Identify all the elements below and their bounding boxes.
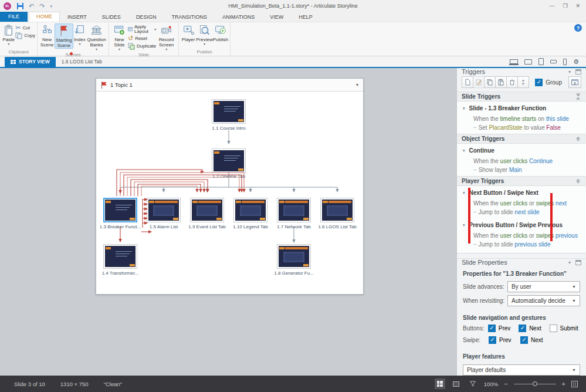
tab-animations[interactable]: ANIMATIONS [215, 13, 262, 22]
feed-view-toggle[interactable] [468, 379, 478, 389]
tablet-landscape-icon[interactable] [524, 59, 532, 65]
new-scene-button[interactable]: New Scene [39, 23, 55, 48]
scene-header[interactable]: 1 Topic 1 ▾ [96, 79, 363, 92]
chevron-down-icon[interactable]: ▾ [568, 260, 571, 265]
slide-card-1-2[interactable] [212, 148, 246, 173]
reorder-trigger-button[interactable] [517, 76, 529, 88]
copy-button[interactable]: Copy [15, 32, 35, 39]
edit-trigger-button[interactable] [473, 76, 485, 88]
story-canvas[interactable]: 1 Topic 1 ▾ [0, 68, 456, 376]
close-button[interactable]: ✕ [575, 3, 580, 9]
starting-scene-button[interactable]: Starting Scene [55, 23, 73, 49]
duplicate-button[interactable]: Duplicate [128, 43, 156, 50]
trigger-when[interactable]: When the user clicks Continue [457, 156, 586, 165]
slide-card-1-1[interactable] [212, 99, 246, 124]
player-button[interactable]: Player [181, 23, 196, 42]
tab-design[interactable]: DESIGN [128, 13, 164, 22]
manage-variables-button[interactable]: x [568, 76, 581, 88]
object-triggers-header[interactable]: Object Triggers [457, 134, 586, 144]
record-screen-button[interactable]: Record Screen▾ [156, 23, 177, 52]
slide-advances-dropdown[interactable]: By user▼ [507, 281, 580, 292]
toolbar-options-icon[interactable]: ▾ [50, 4, 52, 8]
trigger-group-next[interactable]: ▾ Next Button / Swipe Next [457, 186, 586, 198]
trigger-action[interactable]: Jump to slide next slide [457, 208, 586, 218]
tab-insert[interactable]: INSERT [60, 13, 94, 22]
tab-slides[interactable]: SLIDES [94, 13, 128, 22]
phone-portrait-icon[interactable] [563, 59, 567, 65]
slide-view-toggle[interactable] [451, 379, 462, 389]
group-checkbox[interactable] [535, 79, 543, 86]
fit-to-window-icon[interactable] [571, 381, 578, 387]
chevron-down-icon[interactable]: ▾ [463, 106, 465, 111]
swipe-next-checkbox[interactable] [520, 336, 528, 344]
app-icon[interactable]: SL [4, 2, 11, 10]
chevron-down-icon[interactable]: ▾ [356, 82, 358, 87]
trigger-action[interactable]: Show layer Main [457, 165, 586, 176]
preview-button[interactable]: Preview▾ [196, 23, 212, 46]
new-trigger-button[interactable] [462, 76, 473, 88]
minimize-button[interactable]: — [549, 3, 554, 9]
copy-trigger-button[interactable] [484, 76, 496, 88]
story-view-toggle[interactable] [435, 379, 445, 389]
tab-open-slide[interactable]: 1.6 LGOS List Tab [56, 57, 108, 67]
paste-button[interactable]: Paste▾ [2, 23, 15, 46]
slide-card-1-5[interactable] [147, 198, 181, 222]
delete-trigger-button[interactable] [506, 76, 518, 88]
question-banks-button[interactable]: ? Question Banks▾ [86, 23, 107, 52]
help-icon[interactable]: ? [574, 24, 582, 32]
trigger-group-previous[interactable]: ▾ Previous Button / Swipe Previous [457, 218, 586, 230]
tab-transitions[interactable]: TRANSITIONS [164, 13, 215, 22]
phone-landscape-icon[interactable] [550, 60, 557, 63]
reset-button[interactable]: ↺Reset [128, 35, 156, 42]
panel-dock-icon[interactable] [575, 69, 581, 75]
slide-card-1-10[interactable] [233, 198, 267, 222]
trigger-action[interactable]: Set PlacardState to value False [457, 123, 586, 134]
paste-trigger-button[interactable] [495, 76, 507, 88]
player-features-dropdown[interactable]: Player defaults▼ [463, 364, 580, 376]
apply-layout-button[interactable]: Apply Layout▾ [128, 25, 156, 34]
gear-icon[interactable]: ⚙ [573, 59, 579, 65]
trigger-when[interactable]: When the user clicks or swipes previous [457, 230, 586, 240]
tablet-portrait-icon[interactable] [538, 58, 544, 65]
slide-card-1-4[interactable] [103, 244, 137, 269]
collapse-all-icon[interactable] [575, 178, 581, 184]
trigger-when[interactable]: When the timeline starts on this slide [457, 113, 586, 123]
cut-button[interactable]: ✂Cut [15, 25, 35, 31]
chevron-down-icon[interactable]: ▾ [568, 69, 571, 75]
tab-view[interactable]: VIEW [262, 13, 291, 22]
zoom-slider[interactable] [514, 384, 556, 384]
chevron-down-icon[interactable]: ▾ [463, 148, 465, 153]
index-button[interactable]: Index▾ [73, 23, 87, 46]
collapse-all-icon[interactable] [575, 136, 581, 142]
slide-triggers-header[interactable]: Slide Triggers [457, 92, 586, 102]
buttons-prev-checkbox[interactable] [488, 325, 496, 332]
trigger-group-continue[interactable]: ▾ Continue [457, 144, 586, 156]
slide-card-1-7[interactable] [277, 198, 311, 222]
tab-help[interactable]: HELP [291, 13, 320, 22]
slide-card-1-9[interactable] [190, 198, 224, 222]
trigger-when[interactable]: When the user clicks or swipes next [457, 198, 586, 208]
when-revisiting-dropdown[interactable]: Automatically decide▼ [507, 295, 580, 306]
zoom-slider-knob[interactable] [533, 381, 537, 386]
publish-button[interactable]: Publish [213, 23, 228, 42]
buttons-next-checkbox[interactable] [519, 325, 526, 332]
zoom-in-button[interactable]: + [562, 381, 565, 387]
undo-icon[interactable]: ↶ [29, 3, 34, 9]
tab-story-view[interactable]: STORY VIEW [5, 57, 56, 67]
slide-card-1-3-selected[interactable] [103, 198, 137, 222]
buttons-submit-checkbox[interactable] [550, 325, 557, 332]
slide-card-1-8[interactable] [277, 244, 311, 269]
collapse-all-icon[interactable] [575, 93, 581, 100]
redo-icon[interactable]: ↷ [39, 3, 45, 9]
new-slide-button[interactable]: New Slide▾ [111, 23, 128, 52]
panel-dock-icon[interactable] [575, 260, 581, 265]
trigger-group-slide[interactable]: ▾ Slide - 1.3 Breaker Function [457, 102, 586, 113]
trigger-action[interactable]: Jump to slide previous slide [457, 240, 586, 253]
save-icon[interactable] [17, 3, 23, 9]
zoom-out-button[interactable]: − [504, 381, 507, 387]
chevron-down-icon[interactable]: ▾ [463, 223, 465, 228]
tab-home[interactable]: HOME [29, 12, 60, 22]
player-triggers-header[interactable]: Player Triggers [457, 176, 586, 186]
swipe-prev-checkbox[interactable] [489, 336, 496, 344]
laptop-preview-icon[interactable] [510, 59, 518, 64]
